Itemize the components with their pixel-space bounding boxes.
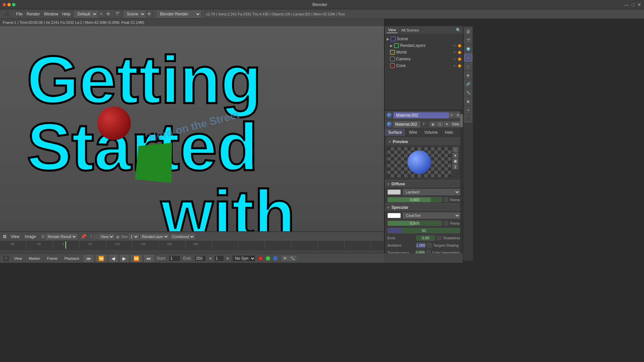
specular-header[interactable]: ▼ Specular — [385, 203, 463, 212]
engine-selector[interactable]: Blender Render — [157, 11, 201, 17]
preview-sphere-btn[interactable]: ● — [452, 153, 458, 158]
mat-copy-btn[interactable]: ◈ — [430, 122, 436, 127]
mat-nodes-btn[interactable]: ✦ — [444, 122, 450, 127]
diffuse-shader-select[interactable]: Lambert — [403, 189, 460, 195]
indicator-blue[interactable] — [273, 256, 278, 261]
scene-prop-icon[interactable]: 🎬 — [464, 36, 472, 44]
slot-selector[interactable]: 1 — [129, 234, 139, 239]
prev-frame-btn[interactable]: ⏪ — [96, 255, 106, 262]
scene-selector[interactable]: Scene — [124, 11, 146, 17]
jump-end-btn[interactable]: ⏭ — [144, 255, 154, 262]
data-btn[interactable]: Data — [450, 122, 461, 127]
diffuse-intensity-slider[interactable]: 0.800 — [387, 197, 442, 202]
world-vis-icon[interactable]: 👁 — [453, 51, 456, 54]
world-prop-icon[interactable]: 🌍 — [464, 45, 472, 53]
cone-render-icon[interactable]: 🔶 — [458, 64, 462, 68]
image-editor-image-menu[interactable]: Image — [23, 234, 38, 240]
outliner-search-icon[interactable]: 🔍 — [456, 28, 461, 33]
renderlayers-vis-icon[interactable]: 👁 — [453, 44, 456, 48]
play-btn[interactable]: ▶ — [120, 255, 128, 262]
world-item[interactable]: World 👁 🔶 — [385, 49, 463, 56]
timeline-editor-icon[interactable]: ⏱ — [3, 255, 9, 262]
snapping-btn[interactable]: 🔧 — [289, 256, 296, 261]
renderlayers-item[interactable]: ▶ RenderLayers 👁 🔶 — [385, 42, 463, 49]
halo-tab[interactable]: Halo — [441, 129, 457, 136]
maximize-btn[interactable]: □ — [632, 2, 635, 7]
close-btn[interactable]: ✕ — [637, 2, 641, 7]
camera-item[interactable]: Camera 👁 🔶 — [385, 56, 463, 62]
mat-user-btn[interactable]: ⬡ — [437, 122, 443, 127]
combined-selector[interactable]: Combined — [170, 234, 195, 239]
texture-prop-icon[interactable]: ⬛ — [464, 115, 472, 123]
help-menu[interactable]: Help — [60, 11, 72, 17]
specular-shader-select[interactable]: CookTorr — [403, 213, 460, 219]
preview-flat-btn[interactable]: ○ — [452, 147, 458, 152]
image-editor-view-menu[interactable]: View — [9, 234, 21, 240]
render-result-selector[interactable]: Render Result — [46, 234, 77, 239]
wire-tab[interactable]: Wire — [406, 129, 421, 136]
renderlayers-render-icon[interactable]: 🔶 — [458, 44, 462, 48]
material-name-input[interactable] — [393, 121, 420, 127]
render-menu[interactable]: Render — [24, 11, 42, 17]
close-dot[interactable] — [3, 3, 6, 6]
material-prop-icon[interactable]: ○ — [464, 54, 472, 62]
hardness-slider[interactable]: 50 — [387, 228, 460, 233]
playhead[interactable] — [65, 241, 66, 249]
view-icon[interactable]: ◉ — [116, 234, 120, 239]
image-editor-type-icon[interactable]: 🖼 — [2, 234, 7, 239]
camera-vis-icon[interactable]: 👁 — [453, 57, 456, 61]
preview-header[interactable]: ▼ Preview — [386, 138, 462, 146]
diffuse-header[interactable]: ▼ Diffuse — [385, 180, 463, 188]
window-menu[interactable]: Window — [42, 11, 60, 17]
ambient-slider[interactable]: 1.000 — [416, 243, 425, 248]
tangent-checkbox[interactable] — [427, 243, 431, 247]
view-selector[interactable]: View — [99, 234, 114, 239]
new-material-btn[interactable]: + — [449, 113, 454, 118]
frame-input[interactable] — [214, 255, 224, 261]
outliner-search-tab[interactable]: All Scenes — [400, 27, 420, 33]
cone-item[interactable]: Cone 👁 🔶 — [385, 62, 463, 69]
scrollbar-thumb[interactable] — [460, 114, 463, 127]
material-name-display[interactable]: Material.002 — [393, 112, 449, 118]
diffuse-ramp-checkbox[interactable] — [444, 198, 448, 202]
end-frame-input[interactable] — [194, 255, 206, 261]
object-prop-icon[interactable]: ▣ — [464, 97, 472, 105]
scene-item[interactable]: ▶ Scene — [385, 36, 463, 42]
particles-prop-icon[interactable]: ✦ — [464, 106, 472, 114]
pin-icon[interactable]: 📌 — [80, 234, 86, 239]
playback-menu[interactable]: Playback — [62, 256, 82, 261]
world-render-icon[interactable]: 🔶 — [458, 51, 462, 54]
minimize-btn[interactable]: — — [625, 2, 629, 7]
physics-prop-icon[interactable]: ◉ — [464, 71, 472, 79]
emit-slider[interactable]: 0.00 — [416, 235, 435, 241]
preview-cube-btn[interactable]: ▣ — [452, 159, 458, 164]
camera-render-icon[interactable]: 🔶 — [458, 57, 462, 61]
file-menu[interactable]: File — [14, 11, 24, 17]
data-prop-icon[interactable]: ⬡ — [464, 62, 472, 70]
render-prop-icon[interactable]: 🖼 — [464, 27, 472, 36]
workspace-selector[interactable]: Default — [74, 11, 98, 17]
preview-hair-btn[interactable]: ∥ — [452, 164, 458, 169]
constraints-prop-icon[interactable]: 🔗 — [464, 80, 472, 88]
shadeless-checkbox[interactable] — [437, 236, 441, 240]
editor-type-icon[interactable]: ⬛ — [2, 11, 12, 17]
modifier-prop-icon[interactable]: 🔧 — [464, 88, 472, 97]
record-btn[interactable] — [258, 256, 263, 261]
view-anim-menu[interactable]: View — [12, 256, 24, 261]
next-frame-btn[interactable]: ⏩ — [131, 255, 142, 262]
maximize-dot[interactable] — [12, 3, 15, 6]
specular-ramp-checkbox[interactable] — [444, 221, 448, 225]
minimize-dot[interactable] — [7, 3, 11, 6]
material-panel-scrollbar[interactable] — [460, 111, 463, 261]
diffuse-color-swatch[interactable] — [387, 189, 401, 195]
slot-icons[interactable]: ⬡ — [94, 234, 98, 239]
indicator-green[interactable] — [266, 256, 270, 261]
specular-color-swatch[interactable] — [387, 213, 401, 218]
sync-selector[interactable]: No Sync — [232, 255, 256, 262]
outliner-tab[interactable]: View — [387, 27, 397, 33]
start-frame-input[interactable] — [169, 255, 180, 261]
cone-vis-icon[interactable]: 👁 — [453, 64, 456, 68]
play-reverse-btn[interactable]: ◀ — [109, 255, 117, 262]
volume-tab[interactable]: Volume — [421, 129, 441, 136]
jump-start-btn[interactable]: ⏮ — [84, 255, 93, 262]
